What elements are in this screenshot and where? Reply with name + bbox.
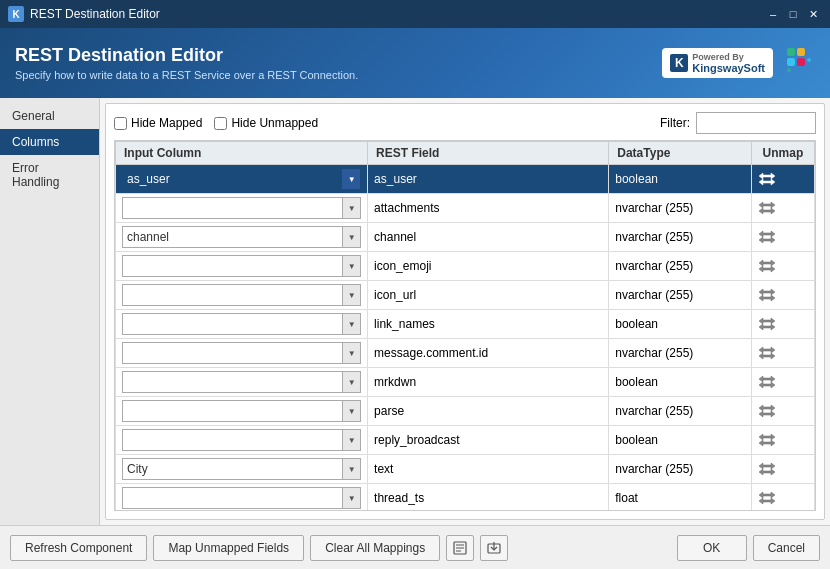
input-cell[interactable]: ▼ bbox=[116, 252, 368, 281]
dropdown-arrow[interactable]: ▼ bbox=[342, 285, 360, 305]
icon-btn-1[interactable] bbox=[446, 535, 474, 561]
input-dropdown[interactable]: ▼ bbox=[122, 429, 361, 451]
unmap-cell[interactable] bbox=[751, 339, 814, 368]
table-row[interactable]: City ▼ textnvarchar (255) bbox=[116, 455, 815, 484]
input-cell[interactable]: City ▼ bbox=[116, 455, 368, 484]
icon-btn-2[interactable] bbox=[480, 535, 508, 561]
table-row[interactable]: ▼ icon_emojinvarchar (255) bbox=[116, 252, 815, 281]
table-row[interactable]: ▼ link_namesboolean bbox=[116, 310, 815, 339]
dropdown-arrow[interactable]: ▼ bbox=[342, 459, 360, 479]
hide-mapped-checkbox[interactable] bbox=[114, 117, 127, 130]
input-dropdown[interactable]: ▼ bbox=[122, 342, 361, 364]
unmap-cell[interactable] bbox=[751, 368, 814, 397]
dropdown-arrow[interactable]: ▼ bbox=[342, 372, 360, 392]
input-dropdown[interactable]: channel ▼ bbox=[122, 226, 361, 248]
dropdown-arrow[interactable]: ▼ bbox=[342, 227, 360, 247]
dropdown-arrow[interactable]: ▼ bbox=[342, 198, 360, 218]
input-cell[interactable]: ▼ bbox=[116, 368, 368, 397]
unmap-cell[interactable] bbox=[751, 426, 814, 455]
input-cell[interactable]: ▼ bbox=[116, 310, 368, 339]
unmap-button[interactable] bbox=[758, 230, 776, 244]
input-dropdown[interactable]: ▼ bbox=[122, 371, 361, 393]
input-dropdown[interactable]: ▼ bbox=[122, 284, 361, 306]
map-unmapped-button[interactable]: Map Unmapped Fields bbox=[153, 535, 304, 561]
table-container[interactable]: Input Column REST Field DataType Unmap a… bbox=[114, 140, 816, 511]
input-dropdown[interactable]: ▼ bbox=[122, 197, 361, 219]
unmap-button[interactable] bbox=[758, 491, 776, 505]
clear-all-button[interactable]: Clear All Mappings bbox=[310, 535, 440, 561]
unmap-button[interactable] bbox=[758, 288, 776, 302]
input-dropdown[interactable]: ▼ bbox=[122, 487, 361, 509]
hide-unmapped-label[interactable]: Hide Unmapped bbox=[214, 116, 318, 130]
table-row[interactable]: ▼ attachmentsnvarchar (255) bbox=[116, 194, 815, 223]
input-dropdown[interactable]: ▼ bbox=[122, 313, 361, 335]
input-cell[interactable]: ▼ bbox=[116, 281, 368, 310]
input-cell[interactable]: ▼ bbox=[116, 484, 368, 512]
dropdown-arrow[interactable]: ▼ bbox=[342, 256, 360, 276]
cancel-button[interactable]: Cancel bbox=[753, 535, 820, 561]
hide-unmapped-checkbox[interactable] bbox=[214, 117, 227, 130]
unmap-button[interactable] bbox=[758, 375, 776, 389]
rest-field-cell: icon_emoji bbox=[368, 252, 609, 281]
dropdown-arrow[interactable]: ▼ bbox=[342, 430, 360, 450]
datatype-cell: float bbox=[609, 484, 752, 512]
table-row[interactable]: as_user ▼ as_userboolean bbox=[116, 165, 815, 194]
table-row[interactable]: ▼ message.comment.idnvarchar (255) bbox=[116, 339, 815, 368]
unmap-button[interactable] bbox=[758, 317, 776, 331]
input-cell[interactable]: as_user ▼ bbox=[116, 165, 368, 194]
table-row[interactable]: channel ▼ channelnvarchar (255) bbox=[116, 223, 815, 252]
unmap-button[interactable] bbox=[758, 259, 776, 273]
input-cell[interactable]: ▼ bbox=[116, 397, 368, 426]
sidebar-item-error-handling[interactable]: Error Handling bbox=[0, 155, 99, 195]
minimize-button[interactable]: – bbox=[764, 5, 782, 23]
refresh-button[interactable]: Refresh Component bbox=[10, 535, 147, 561]
input-cell[interactable]: ▼ bbox=[116, 194, 368, 223]
rest-field-cell: icon_url bbox=[368, 281, 609, 310]
unmap-button[interactable] bbox=[758, 346, 776, 360]
table-row[interactable]: ▼ parsenvarchar (255) bbox=[116, 397, 815, 426]
unmap-button[interactable] bbox=[758, 172, 776, 186]
table-row[interactable]: ▼ mrkdwnboolean bbox=[116, 368, 815, 397]
datatype-cell: nvarchar (255) bbox=[609, 397, 752, 426]
dropdown-arrow[interactable]: ▼ bbox=[342, 401, 360, 421]
unmap-button[interactable] bbox=[758, 462, 776, 476]
unmap-button[interactable] bbox=[758, 404, 776, 418]
unmap-cell[interactable] bbox=[751, 223, 814, 252]
unmap-cell[interactable] bbox=[751, 484, 814, 512]
sidebar-item-columns[interactable]: Columns bbox=[0, 129, 99, 155]
dropdown-arrow[interactable]: ▼ bbox=[342, 488, 360, 508]
input-dropdown[interactable]: ▼ bbox=[122, 255, 361, 277]
unmap-cell[interactable] bbox=[751, 252, 814, 281]
input-dropdown[interactable]: ▼ bbox=[122, 400, 361, 422]
hide-mapped-label[interactable]: Hide Mapped bbox=[114, 116, 202, 130]
sidebar: General Columns Error Handling bbox=[0, 98, 100, 525]
unmap-cell[interactable] bbox=[751, 310, 814, 339]
ok-button[interactable]: OK bbox=[677, 535, 747, 561]
input-dropdown[interactable]: as_user ▼ bbox=[122, 168, 361, 190]
table-header-row: Input Column REST Field DataType Unmap bbox=[116, 142, 815, 165]
input-cell[interactable]: ▼ bbox=[116, 426, 368, 455]
unmap-button[interactable] bbox=[758, 433, 776, 447]
unmap-cell[interactable] bbox=[751, 455, 814, 484]
input-dropdown[interactable]: City ▼ bbox=[122, 458, 361, 480]
table-row[interactable]: ▼ icon_urlnvarchar (255) bbox=[116, 281, 815, 310]
col-rest: REST Field bbox=[368, 142, 609, 165]
dropdown-arrow[interactable]: ▼ bbox=[342, 343, 360, 363]
table-row[interactable]: ▼ reply_broadcastboolean bbox=[116, 426, 815, 455]
unmap-button[interactable] bbox=[758, 201, 776, 215]
sidebar-item-general[interactable]: General bbox=[0, 103, 99, 129]
table-row[interactable]: ▼ thread_tsfloat bbox=[116, 484, 815, 512]
input-cell[interactable]: channel ▼ bbox=[116, 223, 368, 252]
close-button[interactable]: ✕ bbox=[804, 5, 822, 23]
rest-field-cell: channel bbox=[368, 223, 609, 252]
unmap-cell[interactable] bbox=[751, 281, 814, 310]
filter-input[interactable] bbox=[696, 112, 816, 134]
unmap-cell[interactable] bbox=[751, 397, 814, 426]
maximize-button[interactable]: □ bbox=[784, 5, 802, 23]
unmap-cell[interactable] bbox=[751, 165, 814, 194]
dropdown-arrow[interactable]: ▼ bbox=[342, 169, 360, 189]
unmap-cell[interactable] bbox=[751, 194, 814, 223]
dropdown-arrow[interactable]: ▼ bbox=[342, 314, 360, 334]
input-cell[interactable]: ▼ bbox=[116, 339, 368, 368]
title-bar-controls: – □ ✕ bbox=[764, 5, 822, 23]
